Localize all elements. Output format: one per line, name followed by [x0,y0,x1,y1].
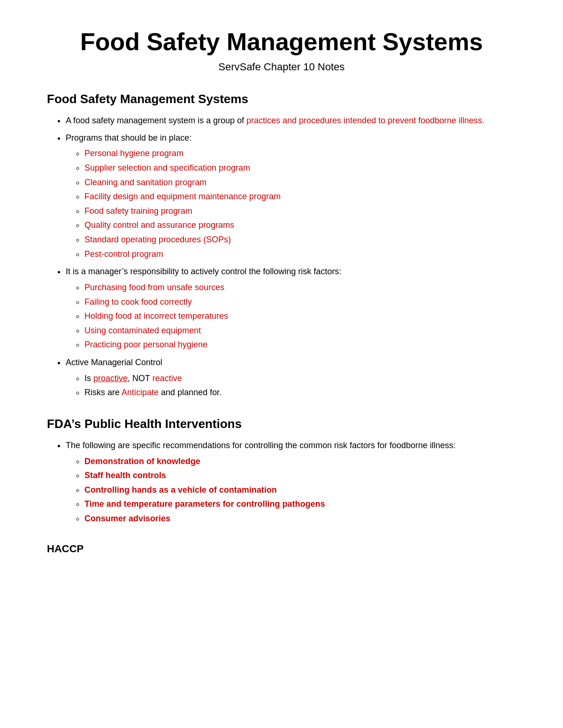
list-item: The following are specific recommendatio… [66,439,516,526]
sub-list-item: Consumer advisories [84,511,516,526]
sub-list-item: Practicing poor personal hygiene [84,338,516,352]
text-normal: A food safety management system is a gro… [66,116,246,125]
sub-list-item: Time and temperature parameters for cont… [84,497,516,511]
sub-list: Demonstration of knowledge Staff health … [84,454,516,526]
text-bold-red: Time and temperature parameters for cont… [84,499,325,509]
section-1-list: A food safety management system is a gro… [66,114,516,400]
text-normal: It is a manager’s responsibility to acti… [66,267,342,276]
sub-list-item: Food safety training program [84,204,516,218]
text-red: practices and procedures intended to pre… [246,116,484,125]
list-item: Active Managerial Control Is proactive, … [66,356,516,400]
page-subtitle: ServSafe Chapter 10 Notes [47,61,516,73]
text-normal: and planned for. [159,388,221,397]
sub-list-item: Facility design and equipment maintenanc… [84,189,516,204]
sub-list-item: Pest-control program [84,247,516,262]
sub-list-item: Supplier selection and specification pro… [84,161,516,175]
text-red: Quality control and assurance programs [84,220,234,230]
section-heading-2: FDA’s Public Health Interventions [47,417,516,431]
text-normal: , NOT [128,374,152,383]
text-red: Food safety training program [84,206,192,216]
text-red: Holding food at incorrect temperatures [84,311,228,321]
text-red: Cleaning and sanitation program [84,178,206,187]
list-item: Programs that should be in place: Person… [66,131,516,262]
sub-list-item: Staff health controls [84,468,516,483]
sub-list-item: Is proactive, NOT reactive [84,371,516,386]
section-2-list: The following are specific recommendatio… [66,439,516,526]
text-normal: Risks are [84,388,122,397]
page-title: Food Safety Management Systems [47,28,516,56]
sub-list-item: Purchasing food from unsafe sources [84,280,516,295]
sub-list-item: Personal hygiene program [84,146,516,161]
sub-list: Is proactive, NOT reactive Risks are Ant… [84,371,516,400]
text-red: Anticipate [122,388,159,397]
section-heading-1: Food Safety Management Systems [47,92,516,106]
text-red: reactive [152,374,182,383]
sub-list-item: Cleaning and sanitation program [84,175,516,190]
text-underline-red: proactive [93,374,128,383]
haccp-heading: HACCP [47,543,516,555]
text-normal: Programs that should be in place: [66,133,191,143]
text-red: Pest-control program [84,249,163,259]
text-red: Standard operating procedures (SOPs) [84,235,231,244]
text-red: Purchasing food from unsafe sources [84,283,224,292]
list-item: It is a manager’s responsibility to acti… [66,265,516,352]
text-bold-red: Demonstration of knowledge [84,457,200,466]
text-bold-red: Controlling hands as a vehicle of contam… [84,485,277,495]
sub-list-item: Using contaminated equipment [84,323,516,338]
text-normal: Active Managerial Control [66,358,162,367]
text-red: Facility design and equipment maintenanc… [84,192,281,201]
text-red: Using contaminated equipment [84,326,201,335]
text-red: Supplier selection and specification pro… [84,163,250,173]
text-normal: Is [84,374,93,383]
sub-list: Purchasing food from unsafe sources Fail… [84,280,516,352]
text-normal: The following are specific recommendatio… [66,441,456,450]
text-bold-red: Staff health controls [84,471,166,480]
sub-list-item: Demonstration of knowledge [84,454,516,469]
sub-list-item: Standard operating procedures (SOPs) [84,233,516,247]
sub-list-item: Holding food at incorrect temperatures [84,309,516,323]
sub-list: Personal hygiene program Supplier select… [84,146,516,261]
text-red: Practicing poor personal hygiene [84,340,207,349]
sub-list-item: Controlling hands as a vehicle of contam… [84,483,516,497]
text-red: Personal hygiene program [84,149,183,158]
sub-list-item: Failing to cook food correctly [84,295,516,309]
list-item: A food safety management system is a gro… [66,114,516,128]
text-red: Failing to cook food correctly [84,297,192,307]
text-bold-red: Consumer advisories [84,514,170,523]
sub-list-item: Quality control and assurance programs [84,218,516,233]
sub-list-item: Risks are Anticipate and planned for. [84,385,516,400]
